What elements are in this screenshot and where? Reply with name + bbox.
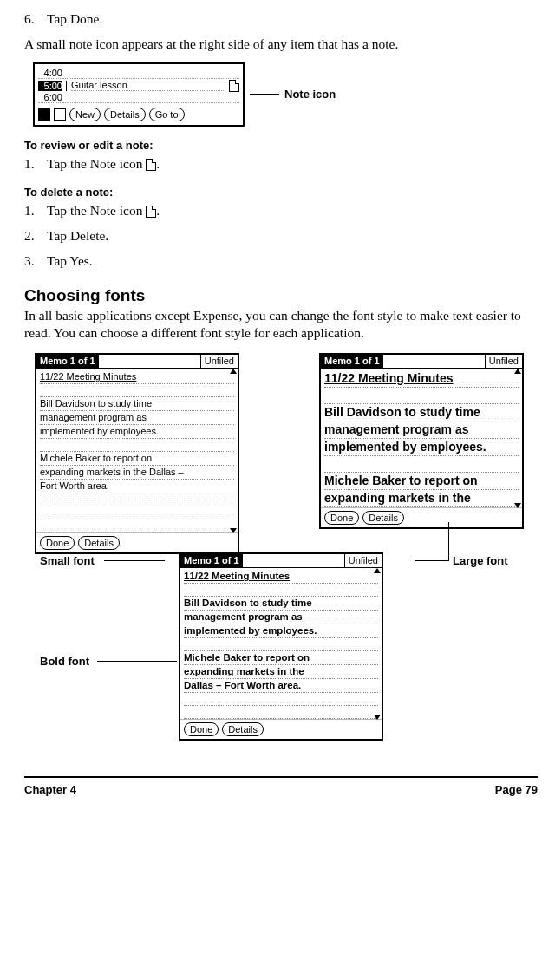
memo-category: Unfiled: [200, 355, 238, 369]
leader-bold: [97, 661, 177, 662]
view-icon-2: [54, 108, 66, 121]
delete-step-2: 2. Tap Delete.: [24, 227, 538, 245]
view-icon: [38, 108, 50, 121]
review-step-1-text: Tap the Note icon .: [47, 155, 160, 173]
review-step-1: 1. Tap the Note icon .: [24, 155, 538, 173]
delete-step-3: 3. Tap Yes.: [24, 252, 538, 271]
heading-delete-note: To delete a note:: [24, 186, 538, 199]
footer-page: Page 79: [495, 783, 538, 796]
choosing-fonts-paragraph: In all basic applications except Expense…: [24, 307, 538, 343]
note-icon: [229, 80, 239, 92]
scroll-up-icon: [230, 369, 237, 374]
scrollbar: [374, 568, 381, 720]
step-6-num: 6.: [24, 10, 40, 29]
scrollbar: [230, 369, 237, 533]
heading-choosing-fonts: Choosing fonts: [24, 286, 538, 305]
memo-small-font: Memo 1 of 1 Unfiled 11/22 Meeting Minute…: [35, 353, 239, 554]
memo-title: Memo 1 of 1: [36, 355, 99, 369]
done-button: Done: [40, 536, 75, 550]
scroll-up-icon: [374, 568, 381, 573]
palm-daybook-screenshot: 4:00 5:00 Guitar lesson 6:00 New Details…: [33, 62, 245, 127]
note-icon-inline: [146, 159, 156, 171]
note-icon-figure: 4:00 5:00 Guitar lesson 6:00 New Details…: [33, 62, 538, 127]
details-button: Details: [104, 108, 146, 121]
footer-chapter: Chapter 4: [24, 783, 76, 796]
event-text: Guitar lesson: [71, 80, 127, 90]
details-button: Details: [78, 536, 120, 550]
label-large-font: Large font: [453, 554, 508, 567]
delete-step-1: 1. Tap the Note icon .: [24, 202, 538, 220]
leader-small: [104, 560, 165, 561]
step-6: 6. Tap Done.: [24, 10, 538, 29]
new-button: New: [69, 108, 101, 121]
time-400: 4:00: [38, 68, 62, 79]
leader-large-v: [448, 522, 449, 560]
review-step-1-num: 1.: [24, 155, 40, 173]
label-bold-font: Bold font: [40, 655, 89, 668]
font-gallery: Memo 1 of 1 Unfiled 11/22 Meeting Minute…: [24, 353, 538, 769]
time-600: 6:00: [38, 92, 62, 103]
page-footer: Chapter 4 Page 79: [24, 776, 538, 808]
note-icon-callout: Note icon: [284, 88, 336, 101]
note-icon-paragraph: A small note icon appears at the right s…: [24, 36, 538, 54]
scroll-down-icon: [230, 528, 237, 533]
memo-large-font: Memo 1 of 1 Unfiled 11/22 Meeting Minute…: [319, 353, 524, 529]
scroll-down-icon: [374, 715, 381, 720]
callout-leader: [250, 94, 279, 95]
time-500: 5:00: [38, 81, 62, 91]
scroll-up-icon: [514, 369, 521, 374]
memo-bold-font: Memo 1 of 1 Unfiled 11/22 Meeting Minute…: [179, 552, 383, 741]
goto-button: Go to: [149, 108, 185, 121]
scrollbar: [514, 369, 521, 508]
label-small-font: Small font: [40, 554, 95, 567]
heading-review-note: To review or edit a note:: [24, 139, 538, 152]
leader-large: [415, 560, 449, 561]
step-6-text: Tap Done.: [47, 10, 102, 29]
note-icon-inline-2: [146, 206, 156, 218]
scroll-down-icon: [514, 503, 521, 508]
